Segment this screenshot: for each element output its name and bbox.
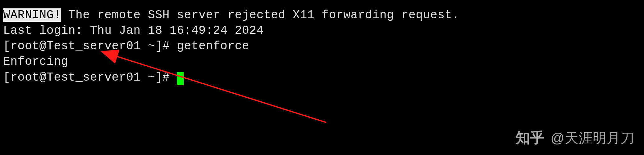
- terminal-line-cmd2[interactable]: [root@Test_server01 ~]#: [3, 70, 641, 85]
- cursor-icon: [177, 72, 184, 85]
- terminal-line-lastlogin: Last login: Thu Jan 18 16:49:24 2024: [3, 23, 641, 38]
- zhihu-logo-icon: 知乎: [516, 128, 545, 147]
- warning-text: The remote SSH server rejected X11 forwa…: [61, 8, 459, 22]
- warning-badge: WARNING!: [3, 8, 61, 22]
- terminal-line-output: Enforcing: [3, 54, 641, 69]
- terminal-line-cmd1: [root@Test_server01 ~]# getenforce: [3, 38, 641, 54]
- watermark: 知乎 @天涯明月刀: [516, 128, 635, 147]
- prompt: [root@Test_server01 ~]#: [3, 71, 177, 84]
- terminal-line-warning: WARNING! The remote SSH server rejected …: [3, 7, 641, 23]
- watermark-author: @天涯明月刀: [550, 129, 635, 147]
- command-text: getenforce: [177, 39, 249, 53]
- prompt: [root@Test_server01 ~]#: [3, 39, 177, 53]
